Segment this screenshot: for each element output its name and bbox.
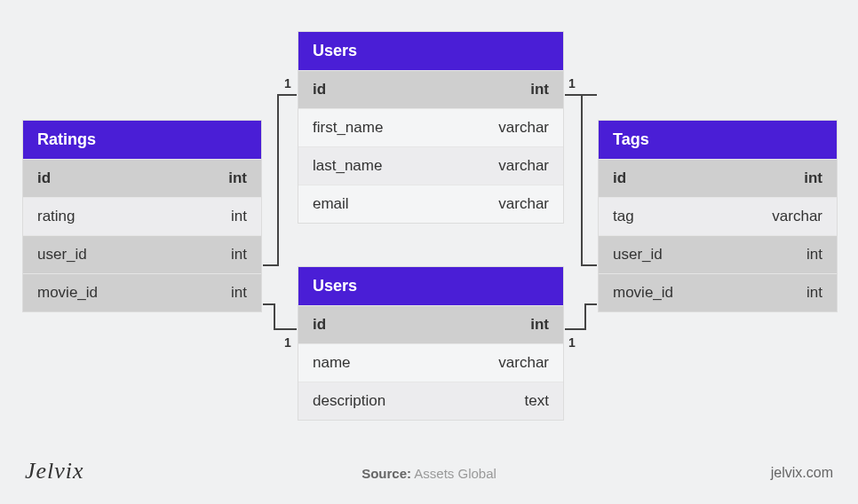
table-users-bottom: Users id int name varchar description te…: [298, 266, 564, 421]
column-name: name: [313, 354, 351, 372]
source-label: Source:: [361, 466, 411, 481]
table-users-top: Users id int first_name varchar last_nam…: [298, 31, 564, 224]
connector-line: [277, 94, 297, 96]
column-type: text: [525, 392, 549, 410]
cardinality-label: 1: [284, 335, 291, 350]
table-title: Users: [298, 32, 563, 70]
connector-line: [581, 264, 597, 266]
column-type: varchar: [498, 354, 549, 372]
table-row: last_name varchar: [298, 146, 563, 185]
column-name: email: [313, 195, 349, 213]
table-title: Users: [298, 267, 563, 305]
table-row: email varchar: [298, 185, 563, 223]
connector-line: [584, 303, 586, 330]
cardinality-label: 1: [284, 76, 291, 91]
source-value: Assets Global: [414, 466, 497, 481]
column-type: int: [530, 81, 549, 98]
table-row: first_name varchar: [298, 108, 563, 146]
connector-line: [274, 303, 275, 330]
column-name: movie_id: [613, 284, 673, 302]
column-type: int: [231, 246, 247, 264]
table-row: user_id int: [599, 235, 837, 273]
column-type: int: [231, 208, 247, 225]
table-title: Ratings: [23, 121, 261, 159]
column-type: int: [530, 316, 549, 334]
table-row: tag varchar: [599, 197, 837, 235]
column-name: tag: [613, 208, 634, 225]
brand-logo: Jelvix: [25, 458, 84, 484]
column-name: description: [313, 392, 385, 410]
table-row: name varchar: [298, 343, 563, 382]
column-type: int: [231, 284, 247, 302]
column-name: id: [313, 81, 326, 98]
column-name: user_id: [613, 246, 663, 264]
cardinality-label: 1: [568, 76, 576, 91]
column-name: rating: [37, 208, 75, 225]
column-type: int: [806, 246, 822, 264]
column-name: last_name: [313, 157, 382, 175]
erd-canvas: 1 1 1 1 Ratings id int rating int user_i…: [0, 0, 858, 504]
cardinality-label: 1: [568, 335, 576, 350]
column-type: int: [806, 284, 822, 302]
column-type: varchar: [498, 119, 549, 137]
column-name: user_id: [37, 246, 87, 264]
source-attribution: Source: Assets Global: [361, 466, 497, 481]
connector-line: [565, 328, 586, 330]
table-row: movie_id int: [23, 273, 261, 311]
column-type: int: [228, 169, 247, 187]
table-row: movie_id int: [599, 273, 837, 311]
table-row: rating int: [23, 197, 261, 235]
column-name: id: [613, 169, 626, 187]
column-type: int: [804, 169, 822, 187]
column-type: varchar: [498, 157, 549, 175]
connector-line: [274, 328, 297, 330]
table-ratings: Ratings id int rating int user_id int mo…: [22, 120, 262, 312]
connector-line: [277, 94, 279, 266]
column-name: id: [313, 316, 326, 334]
table-title: Tags: [599, 121, 837, 159]
table-row: id int: [23, 159, 261, 197]
column-type: varchar: [498, 195, 549, 213]
table-row: id int: [599, 159, 837, 197]
table-tags: Tags id int tag varchar user_id int movi…: [598, 120, 838, 312]
table-row: id int: [298, 70, 563, 108]
column-type: varchar: [772, 208, 822, 225]
column-name: first_name: [313, 119, 383, 137]
table-row: user_id int: [23, 235, 261, 273]
table-row: id int: [298, 305, 563, 343]
column-name: movie_id: [37, 284, 98, 302]
connector-line: [581, 94, 583, 266]
column-name: id: [37, 169, 51, 187]
connector-line: [584, 303, 597, 305]
table-row: description text: [298, 382, 563, 420]
site-url: jelvix.com: [771, 465, 833, 481]
